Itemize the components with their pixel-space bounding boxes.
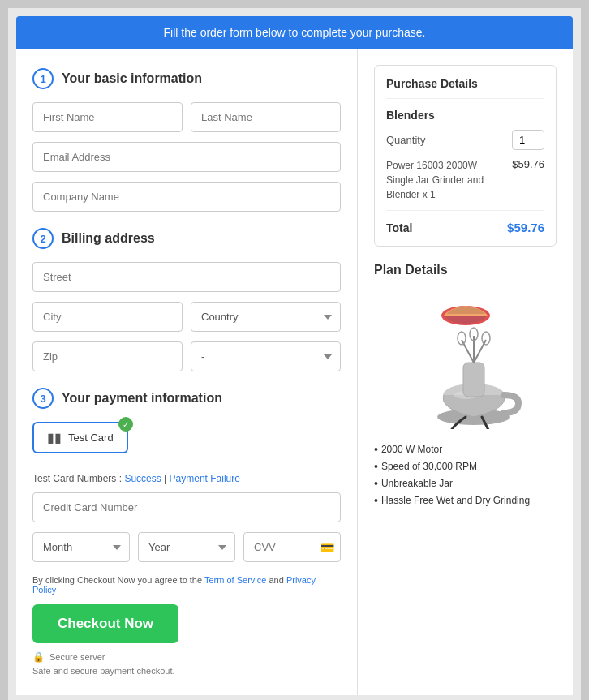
- blender-svg: [405, 291, 527, 429]
- billing-title: Billing address: [62, 231, 155, 246]
- total-amount: $59.76: [507, 221, 544, 234]
- step-2-circle: 2: [32, 228, 54, 249]
- main-content: 1 Your basic information: [16, 49, 573, 695]
- year-field: Year 202420252026 202720282029: [138, 532, 235, 562]
- card-option-button[interactable]: ▮▮ Test Card ✓: [32, 422, 128, 453]
- plan-feature-item: 2000 W Motor: [374, 443, 557, 456]
- failure-link[interactable]: Payment Failure: [170, 473, 240, 484]
- checkout-button[interactable]: Checkout Now: [32, 604, 178, 643]
- email-field: [32, 142, 341, 172]
- billing-header: 2 Billing address: [32, 228, 341, 249]
- card-label: Test Card: [68, 432, 114, 444]
- purchase-details-box: Purchase Details Blenders Quantity Power…: [374, 65, 557, 247]
- cc-row: [32, 492, 341, 522]
- card-check-icon: ✓: [118, 417, 133, 432]
- right-panel: Purchase Details Blenders Quantity Power…: [358, 49, 573, 695]
- last-name-field: [191, 102, 341, 132]
- month-select[interactable]: Month 010203 040506 070809 101112: [32, 532, 130, 562]
- product-name: Blenders: [386, 109, 544, 122]
- secure-server-row: 🔒 Secure server: [32, 651, 341, 663]
- svg-point-9: [482, 332, 490, 345]
- city-field: [32, 302, 183, 332]
- company-input[interactable]: [32, 182, 341, 212]
- billing-title-row: 2 Billing address: [32, 228, 341, 249]
- test-card-info: Test Card Numbers : Success | Payment Fa…: [32, 473, 341, 484]
- payment-header: 3 Your payment information: [32, 388, 341, 409]
- street-row: [32, 262, 341, 292]
- basic-info-title: Your basic information: [62, 71, 202, 86]
- page-wrapper: Fill the order form below to complete yo…: [8, 8, 581, 700]
- purchase-details-title: Purchase Details: [386, 77, 544, 99]
- cvv-field: 💳: [243, 532, 341, 562]
- terms-link[interactable]: Term of Service: [204, 575, 266, 585]
- lock-icon: 🔒: [32, 651, 45, 663]
- banner-text: Fill the order form below to complete yo…: [164, 26, 426, 39]
- cc-input[interactable]: [32, 492, 341, 522]
- price-desc: Power 16003 2000W Single Jar Grinder and…: [386, 158, 512, 202]
- zip-field: [32, 341, 183, 371]
- street-field: [32, 262, 341, 292]
- success-link[interactable]: Success: [124, 473, 161, 484]
- payment-title: Your payment information: [62, 391, 222, 406]
- card-icon: ▮▮: [47, 430, 62, 445]
- checkout-label: Checkout Now: [58, 616, 153, 631]
- secure-sub: Safe and secure payment checkout.: [32, 666, 341, 676]
- state-select[interactable]: -: [191, 341, 341, 371]
- plan-feature-item: Unbreakable Jar: [374, 477, 557, 490]
- total-row: Total $59.76: [386, 221, 544, 234]
- first-name-input[interactable]: [32, 102, 183, 132]
- country-select[interactable]: Country United States United Kingdom Can…: [191, 302, 341, 332]
- left-panel: 1 Your basic information: [16, 49, 358, 695]
- expiry-cvv-row: Month 010203 040506 070809 101112 Year 2…: [32, 532, 341, 562]
- test-card-prefix: Test Card Numbers :: [32, 473, 124, 484]
- payment-title-row: 3 Your payment information: [32, 388, 341, 409]
- company-field: [32, 182, 341, 212]
- blender-image: [374, 287, 557, 433]
- plan-details: Plan Details: [374, 263, 557, 507]
- city-country-row: Country United States United Kingdom Can…: [32, 302, 341, 332]
- top-banner: Fill the order form below to complete yo…: [16, 16, 573, 49]
- first-name-field: [32, 102, 183, 132]
- step-1-circle: 1: [32, 68, 54, 89]
- cvv-card-icon: 💳: [320, 541, 334, 554]
- card-option-wrapper: ▮▮ Test Card ✓: [32, 422, 341, 463]
- company-row: [32, 182, 341, 212]
- quantity-input[interactable]: [512, 130, 544, 150]
- terms-text: By clicking Checkout Now you agree to th…: [32, 575, 341, 595]
- month-field: Month 010203 040506 070809 101112: [32, 532, 130, 562]
- svg-rect-3: [463, 363, 484, 397]
- country-field: Country United States United Kingdom Can…: [191, 302, 341, 332]
- svg-point-7: [458, 332, 466, 345]
- plan-features: 2000 W MotorSpeed of 30,000 RPMUnbreakab…: [374, 443, 557, 507]
- total-label: Total: [386, 221, 412, 234]
- basic-info-header: 1 Your basic information: [32, 68, 341, 89]
- plan-feature-item: Speed of 30,000 RPM: [374, 460, 557, 473]
- email-input[interactable]: [32, 142, 341, 172]
- zip-state-row: -: [32, 341, 341, 371]
- year-select[interactable]: Year 202420252026 202720282029: [138, 532, 235, 562]
- price-amount: $59.76: [512, 158, 544, 170]
- qty-row: Quantity: [386, 130, 544, 150]
- city-input[interactable]: [32, 302, 183, 332]
- zip-input[interactable]: [32, 341, 183, 371]
- step-3-circle: 3: [32, 388, 54, 409]
- qty-label: Quantity: [386, 134, 425, 146]
- email-row: [32, 142, 341, 172]
- last-name-input[interactable]: [191, 102, 341, 132]
- street-input[interactable]: [32, 262, 341, 292]
- state-field: -: [191, 341, 341, 371]
- plan-details-title: Plan Details: [374, 263, 557, 277]
- price-row: Power 16003 2000W Single Jar Grinder and…: [386, 158, 544, 211]
- name-row: [32, 102, 341, 132]
- cc-field: [32, 492, 341, 522]
- plan-feature-item: Hassle Free Wet and Dry Grinding: [374, 494, 557, 507]
- secure-label: Secure server: [49, 652, 105, 662]
